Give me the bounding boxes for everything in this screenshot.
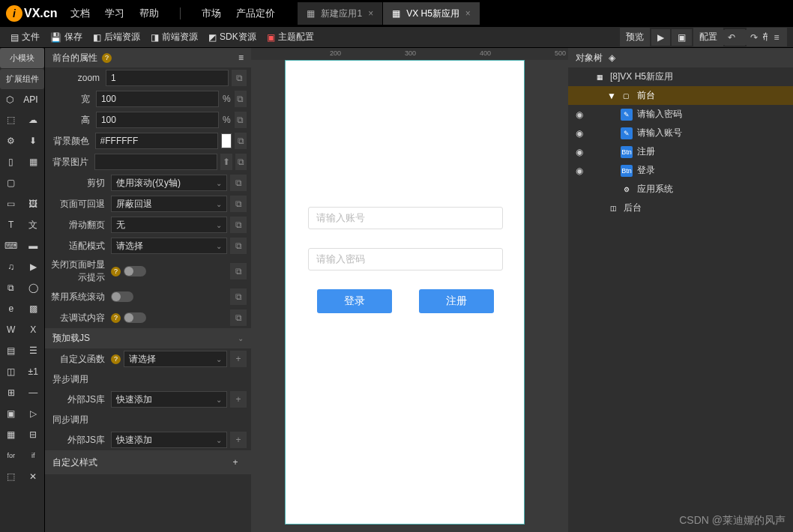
play2-icon[interactable]: ▷: [22, 403, 45, 424]
color-swatch[interactable]: [221, 133, 232, 148]
page-icon[interactable]: ▯: [0, 151, 22, 172]
bgimage-input[interactable]: [94, 154, 217, 170]
help-icon[interactable]: ?: [102, 53, 112, 63]
menu-icon[interactable]: ≡: [238, 52, 244, 63]
swipe-select[interactable]: 无⌄: [111, 217, 227, 233]
clip-select[interactable]: 使用滚动(仅y轴)⌄: [111, 175, 227, 191]
api-row[interactable]: ⬡API: [0, 90, 44, 109]
gear-icon[interactable]: ⚙: [0, 130, 22, 151]
video-icon[interactable]: ▶: [22, 256, 45, 277]
link-icon[interactable]: ⧉: [235, 154, 247, 170]
blank-icon[interactable]: [22, 172, 45, 193]
add-button[interactable]: +: [227, 454, 244, 471]
link-icon[interactable]: ⧉: [235, 112, 247, 128]
excel-icon[interactable]: X: [22, 319, 45, 340]
register-button[interactable]: 注册: [419, 289, 494, 313]
link-icon[interactable]: ⧉: [232, 70, 247, 86]
help-icon[interactable]: ?: [111, 313, 121, 323]
minus-icon[interactable]: —: [22, 382, 45, 403]
close-icon[interactable]: ×: [368, 8, 373, 19]
small-module-tab[interactable]: 小模块: [0, 48, 44, 68]
x-icon[interactable]: ✕: [22, 466, 45, 487]
tree-item[interactable]: ◉✎请输入账号: [568, 124, 793, 142]
disablescroll-toggle[interactable]: [111, 291, 133, 302]
add-button[interactable]: +: [230, 432, 247, 448]
tree-item[interactable]: ⚙应用系统: [568, 180, 793, 199]
if-icon[interactable]: if: [22, 445, 45, 466]
device-icon[interactable]: ▢: [0, 172, 22, 193]
expand-icon[interactable]: ▼: [607, 91, 616, 101]
save-button[interactable]: 💾保存: [46, 28, 87, 46]
table-icon[interactable]: ▦: [0, 424, 22, 445]
history-button[interactable]: ≡: [768, 30, 786, 45]
cloud-icon[interactable]: ☁: [22, 109, 45, 130]
rect-icon[interactable]: ▭: [0, 193, 22, 214]
pageback-select[interactable]: 屏蔽回退⌄: [111, 196, 227, 212]
adapt-select[interactable]: 请选择⌄: [111, 238, 227, 254]
file-menu[interactable]: ▤文件: [6, 28, 44, 46]
edge-icon[interactable]: e: [0, 298, 22, 319]
debug-toggle[interactable]: [124, 312, 146, 323]
canvas-stage[interactable]: 请输入账号 请输入密码 登录 注册: [285, 60, 525, 525]
account-input[interactable]: 请输入账号: [308, 207, 503, 229]
image-icon[interactable]: 🖼: [22, 193, 45, 214]
undo-button[interactable]: ↶: [723, 30, 741, 45]
list-icon[interactable]: ☰: [22, 340, 45, 361]
add-button[interactable]: +: [230, 391, 247, 408]
qr-button[interactable]: ▣: [672, 29, 692, 46]
qr-icon[interactable]: ⊞: [0, 382, 22, 403]
tree-item[interactable]: ◉Btn注册: [568, 142, 793, 161]
text-icon[interactable]: T: [0, 214, 22, 235]
tree-item[interactable]: ◫后台: [568, 199, 793, 217]
word-icon[interactable]: W: [0, 319, 22, 340]
height-input[interactable]: [96, 112, 219, 128]
link-icon[interactable]: ⧉: [230, 288, 247, 305]
db-icon[interactable]: ⬚: [0, 466, 22, 487]
password-input[interactable]: 请输入密码: [308, 248, 503, 270]
for-icon[interactable]: for: [0, 445, 22, 466]
preload-js-section[interactable]: 预加载JS⌄: [45, 328, 251, 348]
upload-icon[interactable]: ⬆: [220, 154, 232, 170]
tree-item[interactable]: ▼▢前台: [568, 86, 793, 105]
circle-icon[interactable]: ◯: [22, 277, 45, 298]
tree-item[interactable]: ▦[8]VX H5新应用: [568, 67, 793, 86]
redo-button[interactable]: ↷: [745, 30, 763, 45]
download-icon[interactable]: ⬇: [22, 130, 45, 151]
bgcolor-input[interactable]: [95, 133, 218, 149]
input-icon[interactable]: ⌨: [0, 235, 22, 256]
link-icon[interactable]: ⧉: [235, 133, 247, 149]
cube-icon[interactable]: ⬚: [0, 109, 22, 130]
link-icon[interactable]: ⧉: [230, 263, 247, 279]
backend-res[interactable]: ◧后端资源: [88, 28, 145, 46]
link-icon[interactable]: ⧉: [235, 91, 247, 107]
menu-learn[interactable]: 学习: [105, 7, 124, 20]
tab-new-app[interactable]: ▦ 新建应用1 ×: [298, 2, 383, 25]
visibility-icon[interactable]: ◉: [574, 128, 585, 139]
theme-config[interactable]: ▣主题配置: [262, 28, 319, 46]
preview-button[interactable]: 预览: [620, 28, 650, 46]
width-input[interactable]: [96, 91, 219, 107]
ext-components-tab[interactable]: 扩展组件: [0, 69, 44, 89]
menu-docs[interactable]: 文档: [70, 7, 90, 20]
sdk-res[interactable]: ◩SDK资源: [204, 28, 261, 46]
menu-market[interactable]: 市场: [202, 7, 221, 20]
closetip-toggle[interactable]: [124, 266, 146, 276]
custom-style-section[interactable]: 自定义样式+: [45, 450, 251, 474]
layers-icon[interactable]: ◈: [609, 52, 615, 63]
tab-icon[interactable]: ⊟: [22, 424, 45, 445]
menu-pricing[interactable]: 产品定价: [236, 7, 275, 20]
extjs1-select[interactable]: 快速添加⌄: [111, 391, 227, 408]
zoom-input[interactable]: [106, 70, 229, 86]
visibility-icon[interactable]: ◉: [574, 109, 585, 120]
add-button[interactable]: +: [230, 351, 247, 367]
config-button[interactable]: 配置: [693, 28, 723, 46]
icon-icon[interactable]: ▩: [22, 298, 45, 319]
link-icon[interactable]: ⧉: [230, 196, 247, 212]
tab-h5-app[interactable]: ▦ VX H5新应用 ×: [383, 2, 480, 25]
frontend-res[interactable]: ◨前端资源: [146, 28, 202, 46]
live-icon[interactable]: ▣: [0, 403, 22, 424]
play-button[interactable]: ▶: [651, 29, 670, 46]
visibility-icon[interactable]: ◉: [574, 166, 585, 176]
grid-icon[interactable]: ▦: [22, 151, 45, 172]
link-icon[interactable]: ⧉: [230, 217, 247, 233]
